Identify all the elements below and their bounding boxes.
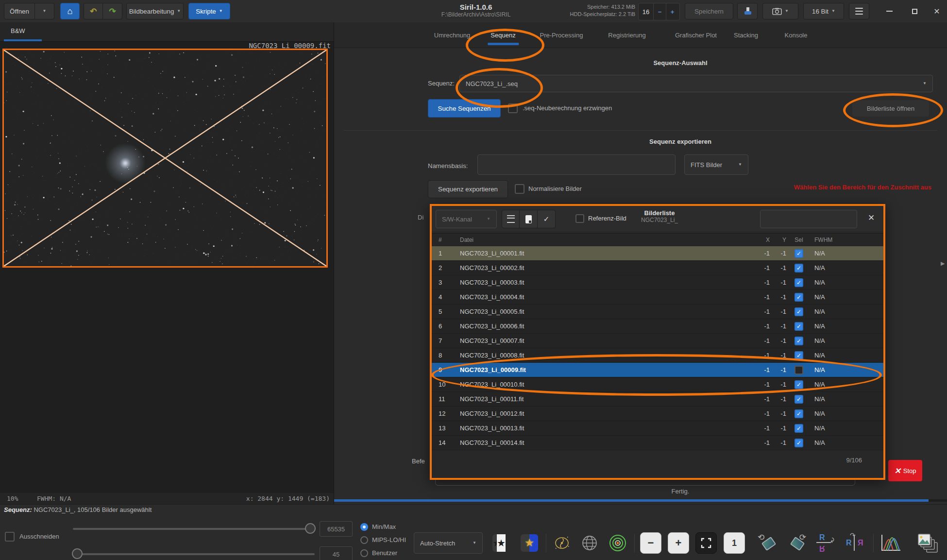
image-list-row[interactable]: 8NGC7023_Li_00008.fit-1-1✓N/A xyxy=(432,348,883,363)
image-list-row[interactable]: 12NGC7023_Li_00012.fit-1-1✓N/A xyxy=(432,407,883,421)
tab-registrierung[interactable]: Registrierung xyxy=(608,22,645,48)
minimize-button[interactable] xyxy=(882,4,896,18)
threads-plus-button[interactable]: + xyxy=(666,3,678,20)
image-list-row[interactable]: 3NGC7023_Li_00003.fit-1-1✓N/A xyxy=(432,275,883,290)
force-recompute-checkbox[interactable] xyxy=(508,103,518,113)
image-viewport[interactable] xyxy=(2,49,328,268)
row-selected-checkbox[interactable]: ✓ xyxy=(795,337,803,345)
hi-slider-handle[interactable] xyxy=(305,523,316,534)
tab-sequenz[interactable]: Sequenz xyxy=(490,22,515,48)
sequence-combobox[interactable]: NGC7023_Li_.seq ▼ xyxy=(459,75,933,92)
one-to-one-button[interactable]: 1 xyxy=(724,532,745,554)
mode-mips-lo-hi[interactable]: MIPS-LO/HI xyxy=(360,533,406,546)
row-selected-checkbox[interactable]: ✓ xyxy=(795,249,803,258)
flip-horizontal-button[interactable]: R R ↷ xyxy=(844,532,865,554)
image-list-row[interactable]: 2NGC7023_Li_00002.fit-1-1✓N/A xyxy=(432,261,883,275)
rotate-left-button[interactable]: ⟲ xyxy=(757,532,778,554)
menu-button[interactable] xyxy=(849,3,869,19)
annotations-globe-button[interactable] xyxy=(579,532,600,554)
search-sequences-button[interactable]: Suche Sequenzen xyxy=(428,99,501,118)
expander-arrow-icon[interactable]: ▶ xyxy=(941,260,945,267)
row-selected-checkbox[interactable]: ✓ xyxy=(795,307,803,316)
starfield-image[interactable] xyxy=(4,50,326,266)
row-selected-checkbox[interactable]: ✓ xyxy=(795,424,803,433)
tab-konsole[interactable]: Konsole xyxy=(785,22,808,48)
image-list-row[interactable]: 7NGC7023_Li_00007.fit-1-1✓N/A xyxy=(432,334,883,348)
lo-slider[interactable] xyxy=(73,553,315,555)
tab-pre-processing[interactable]: Pre-Processing xyxy=(540,22,583,48)
export-format-select[interactable]: FITS Bilder ▼ xyxy=(684,154,748,175)
stretch-mode-select[interactable]: Auto-Stretch ▼ xyxy=(414,532,483,554)
filter-input[interactable] xyxy=(765,215,853,223)
image-list-row[interactable]: 6NGC7023_Li_00006.fit-1-1✓N/A xyxy=(432,319,883,334)
close-button[interactable]: ✕ xyxy=(930,4,944,18)
row-selected-checkbox[interactable]: ✓ xyxy=(795,409,803,418)
reference-image-button[interactable] xyxy=(520,210,538,228)
export-sequence-button[interactable]: Sequenz exportieren xyxy=(428,180,508,198)
image-list-row[interactable]: 10NGC7023_Li_00010.fit-1-1✓N/A xyxy=(432,377,883,392)
open-button[interactable]: Öffnen xyxy=(4,3,35,19)
zoom-in-button[interactable]: + xyxy=(668,532,689,554)
tab-umrechnung[interactable]: Umrechnung xyxy=(434,22,470,48)
tab-stacking[interactable]: Stacking xyxy=(734,22,758,48)
image-processing-button[interactable]: Bildbearbeitung▼ xyxy=(126,3,184,19)
open-image-list-button[interactable]: Bilderliste öffnen xyxy=(852,100,930,117)
row-selected-checkbox[interactable]: ✓ xyxy=(795,278,803,287)
row-selected-checkbox[interactable]: ✓ xyxy=(795,264,803,272)
redo-button[interactable]: ↷ xyxy=(103,3,122,19)
dialog-close-button[interactable]: ✕ xyxy=(868,213,875,223)
image-list-row[interactable]: 1NGC7023_Li_00001.fit-1-1✓N/A xyxy=(432,246,883,261)
hi-value[interactable]: 65535 xyxy=(320,521,353,537)
row-selected-checkbox[interactable]: ✓ xyxy=(795,395,803,404)
false-color-button[interactable]: ★ xyxy=(519,532,540,554)
threads-spinner[interactable]: 16 − + xyxy=(638,3,680,20)
hi-slider[interactable] xyxy=(73,528,315,530)
snapshot-button[interactable]: ▼ xyxy=(762,3,798,19)
astrometry-button[interactable] xyxy=(551,532,573,554)
row-selected-checkbox[interactable]: ✓ xyxy=(795,351,803,360)
radio-icon[interactable] xyxy=(360,536,368,544)
image-list-row[interactable]: 14NGC7023_Li_00014.fit-1-1✓N/A xyxy=(432,436,883,450)
maximize-button[interactable] xyxy=(907,4,922,18)
mode-benutzer[interactable]: Benutzer xyxy=(360,546,406,560)
toggle-selection-button[interactable]: ✓ xyxy=(538,210,556,228)
radio-icon[interactable] xyxy=(360,549,368,557)
zoom-out-button[interactable]: − xyxy=(640,532,661,554)
tab-bw[interactable]: B&W xyxy=(11,27,25,34)
select-all-button[interactable] xyxy=(502,210,520,228)
image-list-row[interactable]: 11NGC7023_Li_00011.fit-1-1✓N/A xyxy=(432,392,883,407)
save-as-button[interactable] xyxy=(737,3,758,19)
lo-value[interactable]: 45 xyxy=(320,546,353,560)
bit-depth-select[interactable]: 16 Bit▼ xyxy=(803,3,844,19)
crop-checkbox[interactable] xyxy=(5,532,15,542)
scripts-button[interactable]: Skripte▼ xyxy=(188,3,230,19)
histogram-button[interactable] xyxy=(878,532,903,554)
image-list-row[interactable]: 4NGC7023_Li_00004.fit-1-1✓N/A xyxy=(432,290,883,305)
image-list-toggle-button[interactable] xyxy=(912,532,942,554)
fit-to-view-button[interactable] xyxy=(695,532,717,554)
filter-searchbox[interactable] xyxy=(760,210,857,228)
save-button[interactable]: Speichern xyxy=(685,3,733,19)
row-selected-checkbox[interactable]: ✓ xyxy=(795,322,803,331)
normalize-checkbox[interactable] xyxy=(515,184,524,194)
image-list-row[interactable]: 13NGC7023_Li_00013.fit-1-1✓N/A xyxy=(432,421,883,436)
undo-button[interactable]: ↶ xyxy=(84,3,103,19)
lo-slider-handle[interactable] xyxy=(72,548,83,559)
reference-checkbox[interactable] xyxy=(575,214,584,223)
photometry-button[interactable] xyxy=(607,532,628,554)
threads-minus-button[interactable]: − xyxy=(653,3,666,20)
row-selected-checkbox[interactable] xyxy=(795,366,803,374)
row-selected-checkbox[interactable]: ✓ xyxy=(795,380,803,389)
image-list-row[interactable]: 9NGC7023_Li_00009.fit-1-1N/A xyxy=(432,363,883,377)
radio-icon[interactable] xyxy=(360,523,368,531)
flip-vertical-button[interactable]: R R ↷ xyxy=(815,532,836,554)
image-list-row[interactable]: 5NGC7023_Li_00005.fit-1-1✓N/A xyxy=(432,305,883,319)
stop-button[interactable]: ✕ Stop xyxy=(888,460,922,481)
channel-select[interactable]: S/W-Kanal ▼ xyxy=(436,210,497,228)
home-button[interactable]: ⌂ xyxy=(60,3,80,19)
open-dropdown-button[interactable]: ▼ xyxy=(35,3,54,19)
tab-grafischer-plot[interactable]: Grafischer Plot xyxy=(675,22,717,48)
negative-view-button[interactable]: ★ ★ xyxy=(490,532,512,554)
mode-min-max[interactable]: Min/Max xyxy=(360,520,406,533)
row-selected-checkbox[interactable]: ✓ xyxy=(795,293,803,302)
